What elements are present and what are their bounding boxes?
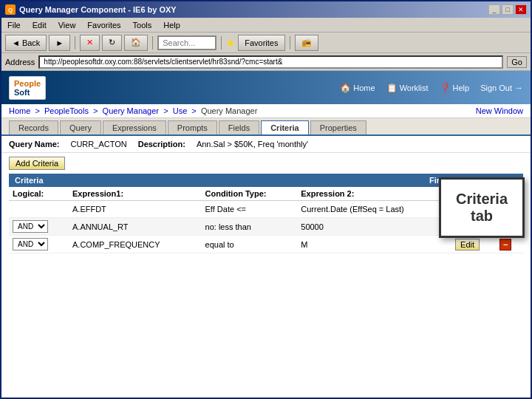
nav-help[interactable]: ❓ Help	[440, 83, 470, 93]
callout-line1: Criteria	[456, 191, 508, 208]
nav-worklist[interactable]: 📋 Worklist	[386, 83, 429, 93]
menu-tools[interactable]: Tools	[131, 20, 154, 30]
title-bar: Q Query Manager Component - IE6 by OXY _…	[1, 1, 531, 18]
add-criteria-row: Add Criteria	[1, 153, 531, 174]
menu-favorites[interactable]: Favorites	[85, 20, 123, 30]
menu-bar: File Edit View Favorites Tools Help	[1, 18, 531, 33]
nav-signout[interactable]: Sign Out →	[480, 83, 523, 93]
toolbar-separator-2	[152, 36, 153, 50]
new-window-link[interactable]: New Window	[476, 106, 523, 115]
ps-logo-soft: Soft	[14, 88, 30, 97]
callout-line2: tab	[456, 208, 508, 225]
breadcrumb-use[interactable]: Use	[173, 106, 188, 115]
breadcrumb-current: Query Manager	[201, 106, 257, 115]
breadcrumb: Home > PeopleTools > Query Manager > Use…	[9, 106, 257, 115]
query-name-value: CURR_ACTON	[70, 140, 126, 149]
forward-button[interactable]: ►	[49, 35, 70, 51]
row1-condition: Eff Date <=	[202, 201, 298, 218]
query-name-label: Query Name:	[9, 140, 59, 149]
ps-logo: People Soft	[9, 76, 46, 100]
stop-button[interactable]: ✕	[80, 35, 100, 51]
help-nav-icon: ❓	[440, 83, 451, 93]
row3-minus-cell: −	[496, 236, 523, 253]
maximize-btn[interactable]: □	[502, 4, 514, 15]
home-nav-icon: 🏠	[340, 83, 351, 93]
address-input[interactable]	[38, 55, 503, 69]
toolbar-separator-4	[290, 36, 290, 50]
tab-prompts[interactable]: Prompts	[168, 120, 217, 134]
query-desc-label: Description:	[138, 140, 185, 149]
col-condition: Condition Type:	[202, 187, 298, 201]
address-label: Address	[5, 58, 35, 66]
nav-home[interactable]: 🏠 Home	[340, 83, 375, 93]
toolbar: ◄ Back ► ✕ ↻ 🏠 ★ Favorites 📻	[1, 33, 531, 53]
menu-help[interactable]: Help	[161, 20, 183, 30]
title-controls[interactable]: _ □ ✕	[488, 4, 527, 15]
menu-edit[interactable]: Edit	[30, 20, 49, 30]
close-btn[interactable]: ✕	[515, 4, 527, 15]
tab-records[interactable]: Records	[9, 120, 58, 134]
row3-expr2: M	[297, 236, 451, 253]
tab-fields[interactable]: Fields	[219, 120, 259, 134]
col-expr2: Expression 2:	[297, 187, 451, 201]
window-icon: Q	[5, 4, 16, 15]
ps-header: People Soft 🏠 Home 📋 Worklist ❓ Help	[1, 71, 531, 104]
signout-nav-icon: →	[514, 83, 523, 93]
media-button[interactable]: 📻	[295, 35, 318, 51]
row1-expr2: Current.Date (EffSeq = Last)	[297, 201, 451, 218]
col-expr1: Expression1:	[69, 187, 202, 201]
go-button[interactable]: Go	[507, 56, 527, 68]
home-button[interactable]: 🏠	[124, 35, 148, 51]
ps-logo-people: People	[14, 79, 41, 88]
query-desc-value: Ann.Sal > $50K, Freq 'monthly'	[197, 140, 308, 149]
row3-edit-button[interactable]: Edit	[455, 239, 480, 250]
add-criteria-button[interactable]: Add Criteria	[9, 157, 65, 170]
search-input[interactable]	[157, 35, 216, 50]
row2-expr2: 50000	[297, 218, 451, 236]
tab-expressions[interactable]: Expressions	[103, 120, 166, 134]
menu-view[interactable]: View	[56, 20, 78, 30]
row3-logical: AND OR	[9, 236, 69, 253]
row3-condition: equal to	[202, 236, 298, 253]
worklist-nav-icon: 📋	[386, 83, 398, 93]
row2-condition: no: less than	[202, 218, 298, 236]
criteria-section-title: Criteria	[15, 176, 44, 185]
col-logical: Logical:	[9, 187, 69, 201]
row3-logical-select[interactable]: AND OR	[13, 238, 48, 250]
window-title: Query Manager Component - IE6 by OXY	[19, 5, 177, 14]
minimize-btn[interactable]: _	[488, 4, 500, 15]
table-row: AND OR A.COMP_FREQUENCY equal to M Edit …	[9, 236, 523, 253]
row3-minus-button[interactable]: −	[499, 239, 511, 250]
favorites-button[interactable]: Favorites	[238, 35, 284, 51]
ps-nav-links: 🏠 Home 📋 Worklist ❓ Help Sign Out →	[340, 83, 523, 93]
tab-query[interactable]: Query	[60, 120, 101, 134]
breadcrumb-bar: Home > PeopleTools > Query Manager > Use…	[1, 104, 531, 118]
tab-criteria[interactable]: Criteria	[261, 120, 309, 134]
favorites-star-icon: ★	[226, 37, 236, 49]
menu-file[interactable]: File	[5, 20, 23, 30]
query-info: Query Name: CURR_ACTON Description: Ann.…	[1, 136, 531, 153]
row2-logical-select[interactable]: AND OR	[13, 220, 48, 233]
row1-logical	[9, 201, 69, 218]
row2-logical: AND OR	[9, 218, 69, 236]
toolbar-separator-3	[221, 36, 222, 50]
row3-edit-cell: Edit	[451, 236, 496, 253]
toolbar-separator-1	[75, 36, 75, 50]
tab-properties[interactable]: Properties	[310, 120, 366, 134]
title-bar-left: Q Query Manager Component - IE6 by OXY	[5, 4, 177, 15]
back-button[interactable]: ◄ Back	[5, 35, 47, 51]
breadcrumb-home[interactable]: Home	[9, 106, 30, 115]
row3-expr1: A.COMP_FREQUENCY	[69, 236, 202, 253]
tabs-bar: Records Query Expressions Prompts Fields…	[1, 118, 531, 136]
breadcrumb-peopletools[interactable]: PeopleTools	[44, 106, 89, 115]
address-bar: Address Go	[1, 53, 531, 71]
callout-box: Criteria tab	[439, 177, 525, 238]
refresh-button[interactable]: ↻	[102, 35, 122, 51]
breadcrumb-querymanager[interactable]: Query Manager	[103, 106, 159, 115]
row1-expr1: A.EFFDT	[69, 201, 202, 218]
row2-expr1: A.ANNUAL_RT	[69, 218, 202, 236]
